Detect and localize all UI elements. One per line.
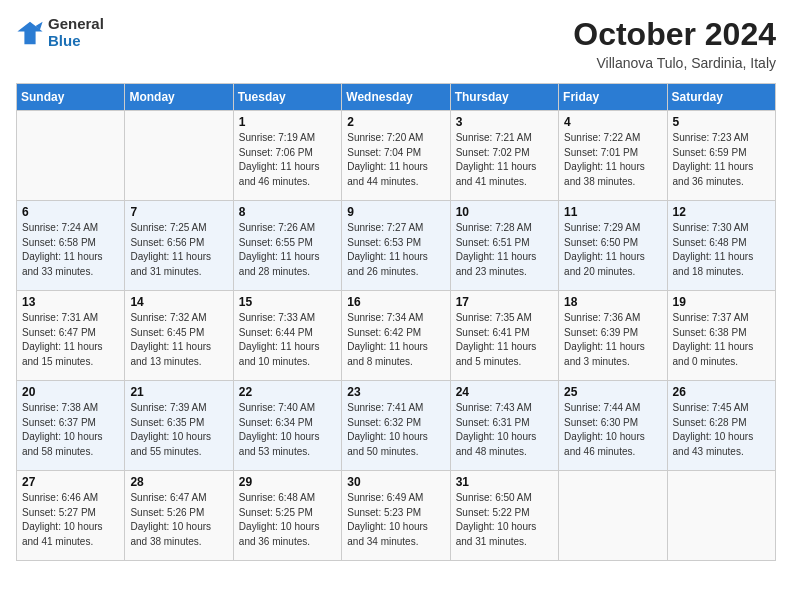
header-cell-wednesday: Wednesday	[342, 84, 450, 111]
calendar-cell: 9Sunrise: 7:27 AM Sunset: 6:53 PM Daylig…	[342, 201, 450, 291]
logo-blue: Blue	[48, 33, 104, 50]
day-number: 6	[22, 205, 119, 219]
day-info: Sunrise: 7:35 AM Sunset: 6:41 PM Dayligh…	[456, 311, 553, 369]
day-number: 7	[130, 205, 227, 219]
day-number: 13	[22, 295, 119, 309]
day-info: Sunrise: 6:46 AM Sunset: 5:27 PM Dayligh…	[22, 491, 119, 549]
day-number: 31	[456, 475, 553, 489]
day-info: Sunrise: 7:24 AM Sunset: 6:58 PM Dayligh…	[22, 221, 119, 279]
calendar-cell: 11Sunrise: 7:29 AM Sunset: 6:50 PM Dayli…	[559, 201, 667, 291]
day-number: 8	[239, 205, 336, 219]
day-info: Sunrise: 7:19 AM Sunset: 7:06 PM Dayligh…	[239, 131, 336, 189]
page-header: General Blue October 2024 Villanova Tulo…	[16, 16, 776, 71]
day-info: Sunrise: 7:33 AM Sunset: 6:44 PM Dayligh…	[239, 311, 336, 369]
location-subtitle: Villanova Tulo, Sardinia, Italy	[573, 55, 776, 71]
calendar-cell	[559, 471, 667, 561]
day-number: 1	[239, 115, 336, 129]
calendar-cell: 16Sunrise: 7:34 AM Sunset: 6:42 PM Dayli…	[342, 291, 450, 381]
logo: General Blue	[16, 16, 104, 49]
calendar-cell: 13Sunrise: 7:31 AM Sunset: 6:47 PM Dayli…	[17, 291, 125, 381]
day-info: Sunrise: 7:39 AM Sunset: 6:35 PM Dayligh…	[130, 401, 227, 459]
day-info: Sunrise: 6:47 AM Sunset: 5:26 PM Dayligh…	[130, 491, 227, 549]
day-info: Sunrise: 7:40 AM Sunset: 6:34 PM Dayligh…	[239, 401, 336, 459]
day-number: 11	[564, 205, 661, 219]
month-title: October 2024	[573, 16, 776, 53]
calendar-cell	[17, 111, 125, 201]
day-number: 25	[564, 385, 661, 399]
day-number: 21	[130, 385, 227, 399]
day-info: Sunrise: 7:20 AM Sunset: 7:04 PM Dayligh…	[347, 131, 444, 189]
day-info: Sunrise: 7:28 AM Sunset: 6:51 PM Dayligh…	[456, 221, 553, 279]
day-number: 30	[347, 475, 444, 489]
calendar-cell: 1Sunrise: 7:19 AM Sunset: 7:06 PM Daylig…	[233, 111, 341, 201]
header-cell-tuesday: Tuesday	[233, 84, 341, 111]
calendar-cell: 6Sunrise: 7:24 AM Sunset: 6:58 PM Daylig…	[17, 201, 125, 291]
calendar-cell: 17Sunrise: 7:35 AM Sunset: 6:41 PM Dayli…	[450, 291, 558, 381]
day-number: 28	[130, 475, 227, 489]
day-number: 15	[239, 295, 336, 309]
day-number: 23	[347, 385, 444, 399]
day-info: Sunrise: 7:45 AM Sunset: 6:28 PM Dayligh…	[673, 401, 770, 459]
calendar-cell: 25Sunrise: 7:44 AM Sunset: 6:30 PM Dayli…	[559, 381, 667, 471]
calendar-cell: 29Sunrise: 6:48 AM Sunset: 5:25 PM Dayli…	[233, 471, 341, 561]
calendar-week-5: 27Sunrise: 6:46 AM Sunset: 5:27 PM Dayli…	[17, 471, 776, 561]
calendar-header: SundayMondayTuesdayWednesdayThursdayFrid…	[17, 84, 776, 111]
day-number: 29	[239, 475, 336, 489]
day-number: 10	[456, 205, 553, 219]
calendar-week-4: 20Sunrise: 7:38 AM Sunset: 6:37 PM Dayli…	[17, 381, 776, 471]
day-number: 20	[22, 385, 119, 399]
day-info: Sunrise: 7:36 AM Sunset: 6:39 PM Dayligh…	[564, 311, 661, 369]
calendar-body: 1Sunrise: 7:19 AM Sunset: 7:06 PM Daylig…	[17, 111, 776, 561]
day-info: Sunrise: 7:22 AM Sunset: 7:01 PM Dayligh…	[564, 131, 661, 189]
calendar-cell: 8Sunrise: 7:26 AM Sunset: 6:55 PM Daylig…	[233, 201, 341, 291]
day-number: 3	[456, 115, 553, 129]
day-number: 4	[564, 115, 661, 129]
day-number: 19	[673, 295, 770, 309]
title-block: October 2024 Villanova Tulo, Sardinia, I…	[573, 16, 776, 71]
day-info: Sunrise: 7:34 AM Sunset: 6:42 PM Dayligh…	[347, 311, 444, 369]
calendar-cell: 5Sunrise: 7:23 AM Sunset: 6:59 PM Daylig…	[667, 111, 775, 201]
day-number: 14	[130, 295, 227, 309]
day-info: Sunrise: 7:32 AM Sunset: 6:45 PM Dayligh…	[130, 311, 227, 369]
calendar-cell: 20Sunrise: 7:38 AM Sunset: 6:37 PM Dayli…	[17, 381, 125, 471]
calendar-cell: 28Sunrise: 6:47 AM Sunset: 5:26 PM Dayli…	[125, 471, 233, 561]
header-cell-thursday: Thursday	[450, 84, 558, 111]
calendar-cell: 21Sunrise: 7:39 AM Sunset: 6:35 PM Dayli…	[125, 381, 233, 471]
calendar-cell: 19Sunrise: 7:37 AM Sunset: 6:38 PM Dayli…	[667, 291, 775, 381]
calendar-cell	[125, 111, 233, 201]
day-info: Sunrise: 7:23 AM Sunset: 6:59 PM Dayligh…	[673, 131, 770, 189]
logo-icon	[16, 19, 44, 47]
day-number: 12	[673, 205, 770, 219]
day-info: Sunrise: 7:21 AM Sunset: 7:02 PM Dayligh…	[456, 131, 553, 189]
day-info: Sunrise: 7:29 AM Sunset: 6:50 PM Dayligh…	[564, 221, 661, 279]
calendar-cell: 7Sunrise: 7:25 AM Sunset: 6:56 PM Daylig…	[125, 201, 233, 291]
day-info: Sunrise: 7:37 AM Sunset: 6:38 PM Dayligh…	[673, 311, 770, 369]
day-info: Sunrise: 7:26 AM Sunset: 6:55 PM Dayligh…	[239, 221, 336, 279]
day-number: 5	[673, 115, 770, 129]
logo-text: General Blue	[48, 16, 104, 49]
header-row: SundayMondayTuesdayWednesdayThursdayFrid…	[17, 84, 776, 111]
calendar-cell: 15Sunrise: 7:33 AM Sunset: 6:44 PM Dayli…	[233, 291, 341, 381]
day-info: Sunrise: 7:30 AM Sunset: 6:48 PM Dayligh…	[673, 221, 770, 279]
day-number: 16	[347, 295, 444, 309]
day-number: 2	[347, 115, 444, 129]
calendar-table: SundayMondayTuesdayWednesdayThursdayFrid…	[16, 83, 776, 561]
header-cell-saturday: Saturday	[667, 84, 775, 111]
day-info: Sunrise: 6:50 AM Sunset: 5:22 PM Dayligh…	[456, 491, 553, 549]
header-cell-sunday: Sunday	[17, 84, 125, 111]
day-info: Sunrise: 7:31 AM Sunset: 6:47 PM Dayligh…	[22, 311, 119, 369]
day-info: Sunrise: 7:25 AM Sunset: 6:56 PM Dayligh…	[130, 221, 227, 279]
day-info: Sunrise: 7:43 AM Sunset: 6:31 PM Dayligh…	[456, 401, 553, 459]
day-number: 18	[564, 295, 661, 309]
calendar-cell: 30Sunrise: 6:49 AM Sunset: 5:23 PM Dayli…	[342, 471, 450, 561]
day-number: 17	[456, 295, 553, 309]
logo-general: General	[48, 16, 104, 33]
day-info: Sunrise: 7:41 AM Sunset: 6:32 PM Dayligh…	[347, 401, 444, 459]
calendar-cell: 22Sunrise: 7:40 AM Sunset: 6:34 PM Dayli…	[233, 381, 341, 471]
header-cell-friday: Friday	[559, 84, 667, 111]
calendar-cell: 14Sunrise: 7:32 AM Sunset: 6:45 PM Dayli…	[125, 291, 233, 381]
calendar-cell: 18Sunrise: 7:36 AM Sunset: 6:39 PM Dayli…	[559, 291, 667, 381]
calendar-cell: 3Sunrise: 7:21 AM Sunset: 7:02 PM Daylig…	[450, 111, 558, 201]
day-info: Sunrise: 7:44 AM Sunset: 6:30 PM Dayligh…	[564, 401, 661, 459]
calendar-cell: 4Sunrise: 7:22 AM Sunset: 7:01 PM Daylig…	[559, 111, 667, 201]
